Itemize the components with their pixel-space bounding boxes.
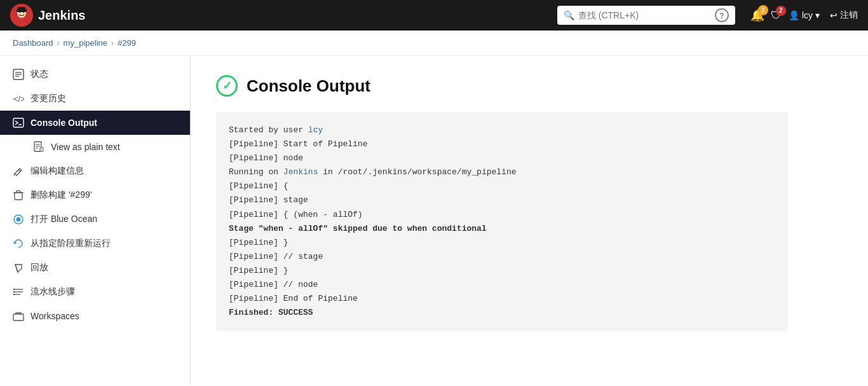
- svg-text:</>: </>: [13, 94, 24, 104]
- svg-line-20: [14, 174, 15, 176]
- sidebar-label-blue-ocean: 打开 Blue Ocean: [31, 214, 97, 225]
- console-line-12: [Pipeline] // node: [229, 280, 318, 289]
- console-line-1: Started by user lcy: [229, 125, 323, 135]
- jenkins-title: Jenkins: [38, 8, 85, 23]
- console-line-14: Finished: SUCCESS: [229, 308, 313, 317]
- console-line-9: [Pipeline] }: [229, 238, 288, 247]
- logout-label: 注销: [840, 10, 858, 21]
- logout-icon: ↩: [830, 10, 837, 20]
- blue-ocean-icon: [13, 214, 24, 225]
- sidebar-item-edit-build[interactable]: 编辑构建信息: [0, 159, 190, 183]
- console-line-4: Running on Jenkins in /root/.jenkins/wor…: [229, 167, 517, 177]
- console-line-7: [Pipeline] { (when - allOf): [229, 210, 363, 219]
- svg-rect-21: [15, 193, 22, 200]
- svg-point-27: [17, 217, 21, 222]
- console-line-5: [Pipeline] {: [229, 181, 288, 191]
- status-icon: [13, 69, 24, 80]
- sidebar-label-pipeline-steps: 流水线步骤: [31, 286, 75, 298]
- search-bar[interactable]: 🔍 ?: [557, 6, 735, 25]
- sidebar-label-console: Console Output: [31, 118, 97, 128]
- console-line-10: [Pipeline] // stage: [229, 252, 323, 261]
- jenkins-link[interactable]: Jenkins: [283, 167, 318, 177]
- sidebar-item-status[interactable]: 状态: [0, 62, 190, 86]
- sidebar-item-restart-stage[interactable]: 从指定阶段重新运行: [0, 231, 190, 256]
- sidebar-item-console[interactable]: Console Output: [0, 111, 190, 135]
- search-icon: 🔍: [564, 10, 574, 20]
- page-title: Console Output: [247, 76, 370, 96]
- pipeline-steps-icon: [13, 286, 24, 298]
- replay-icon: [13, 262, 24, 273]
- breadcrumb-sep-1: ›: [57, 39, 60, 48]
- sidebar-label-workspaces: Workspaces: [31, 311, 79, 321]
- header-icons: 🔔 2 🛡 2 👤 lcy ▾ ↩ 注销: [750, 8, 858, 22]
- changes-icon: </>: [13, 93, 24, 104]
- sidebar-label-replay: 回放: [31, 262, 48, 273]
- jenkins-logo-icon: [10, 4, 33, 27]
- svg-rect-35: [13, 314, 24, 321]
- sidebar-item-workspaces[interactable]: Workspaces: [0, 304, 190, 328]
- plain-text-icon: [33, 141, 44, 153]
- sidebar-item-plain-text[interactable]: View as plain text: [0, 135, 190, 159]
- console-line-3: [Pipeline] node: [229, 153, 303, 163]
- console-line-11: [Pipeline] }: [229, 266, 288, 275]
- page-title-row: ✓ Console Output: [216, 75, 843, 97]
- sidebar-label-changes: 变更历史: [31, 93, 66, 104]
- svg-point-34: [13, 294, 15, 295]
- notification-badge: 2: [758, 5, 768, 15]
- user-menu[interactable]: 👤 lcy ▾: [789, 10, 820, 20]
- sidebar-label-delete-build: 删除构建 '#299': [31, 190, 92, 201]
- breadcrumb-build[interactable]: #299: [118, 38, 136, 48]
- console-line-13: [Pipeline] End of Pipeline: [229, 294, 358, 303]
- success-icon: ✓: [216, 75, 238, 97]
- workspaces-icon: [13, 310, 24, 322]
- security-icon[interactable]: 🛡 2: [771, 9, 782, 22]
- user-name: lcy: [802, 10, 813, 20]
- sidebar-item-delete-build[interactable]: 删除构建 '#299': [0, 183, 190, 207]
- sidebar-item-replay[interactable]: 回放: [0, 256, 190, 280]
- sidebar-item-blue-ocean[interactable]: 打开 Blue Ocean: [0, 207, 190, 231]
- console-line-2: [Pipeline] Start of Pipeline: [229, 139, 367, 149]
- breadcrumb-sep-2: ›: [111, 39, 114, 48]
- user-link[interactable]: lcy: [308, 125, 323, 135]
- breadcrumb-pipeline[interactable]: my_pipeline: [64, 38, 107, 48]
- edit-build-icon: [13, 165, 24, 177]
- notification-bell[interactable]: 🔔 2: [750, 8, 764, 22]
- search-input[interactable]: [578, 10, 707, 20]
- page-layout: 状态 </> 变更历史 Console Output View as plain…: [0, 56, 868, 385]
- sidebar-item-changes[interactable]: </> 变更历史: [0, 86, 190, 111]
- delete-icon: [13, 190, 24, 201]
- app-header: Jenkins 🔍 ? 🔔 2 🛡 2 👤 lcy ▾ ↩ 注销: [0, 0, 868, 31]
- console-output: Started by user lcy [Pipeline] Start of …: [216, 112, 788, 331]
- svg-point-32: [13, 289, 15, 290]
- sidebar-label-status: 状态: [31, 69, 48, 80]
- sidebar-label-edit-build: 编辑构建信息: [31, 165, 84, 177]
- svg-line-19: [18, 170, 20, 172]
- console-line-8: Stage "when - allOf" skipped due to when…: [229, 224, 487, 233]
- help-icon[interactable]: ?: [715, 8, 729, 22]
- restart-icon: [13, 238, 24, 249]
- user-chevron-icon: ▾: [815, 10, 820, 20]
- svg-point-33: [13, 291, 15, 293]
- sidebar-label-plain-text: View as plain text: [51, 142, 120, 152]
- security-badge: 2: [776, 6, 786, 16]
- main-content: ✓ Console Output Started by user lcy [Pi…: [191, 56, 868, 385]
- svg-rect-5: [18, 7, 25, 10]
- user-avatar-icon: 👤: [789, 10, 799, 20]
- console-icon: [13, 117, 24, 128]
- sidebar-item-pipeline-steps[interactable]: 流水线步骤: [0, 280, 190, 304]
- jenkins-logo-link[interactable]: Jenkins: [10, 4, 85, 27]
- logout-button[interactable]: ↩ 注销: [830, 10, 858, 21]
- console-line-6: [Pipeline] stage: [229, 195, 308, 205]
- breadcrumb-dashboard[interactable]: Dashboard: [13, 38, 53, 48]
- sidebar: 状态 </> 变更历史 Console Output View as plain…: [0, 56, 191, 385]
- svg-line-28: [15, 265, 18, 272]
- breadcrumb: Dashboard › my_pipeline › #299: [0, 31, 868, 56]
- sidebar-label-restart-stage: 从指定阶段重新运行: [31, 238, 111, 249]
